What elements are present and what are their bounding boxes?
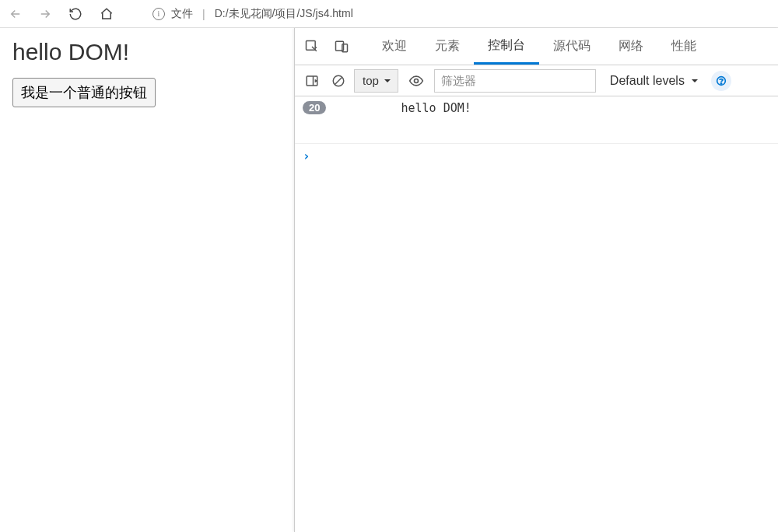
context-label: top [363,74,379,87]
svg-point-6 [720,82,721,83]
tab-welcome[interactable]: 欢迎 [368,28,421,65]
demo-button[interactable]: 我是一个普通的按钮 [12,78,156,107]
issues-icon[interactable] [711,71,731,91]
live-expression-icon[interactable] [406,71,426,91]
tab-performance[interactable]: 性能 [657,28,710,65]
filter-input[interactable] [434,69,596,93]
devtools-panel: 欢迎 元素 控制台 源代码 网络 性能 top Defa [294,28,778,532]
address-bar[interactable]: i 文件 | D:/未见花闻/项目/JS/js4.html [152,7,353,21]
levels-label: Default levels [610,74,685,88]
home-button[interactable] [98,5,115,23]
back-button[interactable] [8,6,23,22]
tab-console[interactable]: 控制台 [474,28,539,65]
inspect-element-icon[interactable] [303,37,321,56]
prompt-caret-icon: › [303,149,310,163]
devtools-tabs: 欢迎 元素 控制台 源代码 网络 性能 [295,28,778,65]
browser-toolbar: i 文件 | D:/未见花闻/项目/JS/js4.html [0,0,778,28]
svg-point-5 [414,79,418,82]
address-divider: | [202,8,205,20]
console-message-row[interactable]: 20 hello DOM! [295,96,778,120]
console-toolbar: top Default levels [295,65,778,96]
tab-sources[interactable]: 源代码 [539,28,605,65]
page-heading: hello DOM! [12,39,282,65]
log-levels-selector[interactable]: Default levels [610,74,699,88]
reload-button[interactable] [67,5,84,23]
tab-elements[interactable]: 元素 [421,28,474,65]
url-text: D:/未见花闻/项目/JS/js4.html [215,7,353,21]
console-prompt[interactable]: › [295,143,778,168]
file-protocol-label: 文件 [171,7,193,21]
forward-button[interactable] [37,6,53,22]
clear-console-icon[interactable] [328,70,349,92]
toggle-sidebar-icon[interactable] [301,70,323,92]
chevron-down-icon [384,77,391,85]
console-message-text: hello DOM! [401,101,471,115]
main-area: hello DOM! 我是一个普通的按钮 欢迎 元素 控制台 源代码 网络 性能 [0,28,778,532]
device-toggle-icon[interactable] [332,37,351,56]
tab-network[interactable]: 网络 [605,28,657,65]
chevron-down-icon [691,77,699,85]
info-icon: i [152,8,165,20]
context-selector[interactable]: top [354,69,398,93]
rendered-page: hello DOM! 我是一个普通的按钮 [0,28,294,532]
message-count-badge: 20 [303,101,326,114]
console-body: 20 hello DOM! › [295,96,778,532]
